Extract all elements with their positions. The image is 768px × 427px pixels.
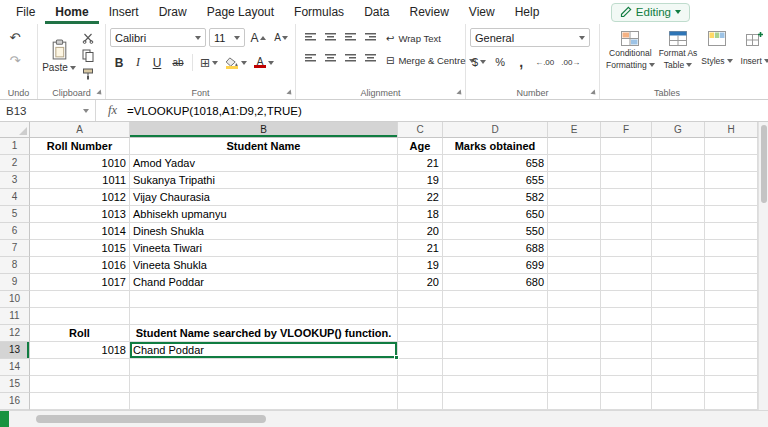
cell-F11[interactable] [601,308,652,325]
format-as-table-button[interactable]: Format As Table [657,28,700,84]
cell-F16[interactable] [601,393,652,410]
column-header-C[interactable]: C [398,122,443,138]
cell-A6[interactable]: 1014 [30,223,130,240]
cell-G11[interactable] [652,308,705,325]
cell-B8[interactable]: Vineeta Shukla [130,257,398,274]
font-color-button[interactable]: A [251,53,277,72]
column-header-H[interactable]: H [705,122,758,138]
ribbon-tab-draw[interactable]: Draw [149,0,197,24]
cell-E3[interactable] [548,172,601,189]
row-header-13[interactable]: 13 [0,342,30,359]
ribbon-tab-view[interactable]: View [459,0,505,24]
column-header-B[interactable]: B [130,122,398,138]
cell-A13[interactable]: 1018 [30,342,130,359]
borders-button[interactable]: ⊞ [197,53,221,72]
cell-B4[interactable]: Vijay Chaurasia [130,189,398,206]
cell-C2[interactable]: 21 [398,155,443,172]
conditional-formatting-button[interactable]: Conditional Formatting [604,28,657,84]
cell-G6[interactable] [652,223,705,240]
cell-B2[interactable]: Amod Yadav [130,155,398,172]
cell-F10[interactable] [601,291,652,308]
number-format-select[interactable]: General [470,28,590,47]
cell-G2[interactable] [652,155,705,172]
cell-A11[interactable] [30,308,130,325]
cell-B10[interactable] [130,291,398,308]
cell-A3[interactable]: 1011 [30,172,130,189]
column-header-D[interactable]: D [443,122,548,138]
copy-button[interactable] [79,47,97,64]
cell-E4[interactable] [548,189,601,206]
ribbon-tab-review[interactable]: Review [399,0,458,24]
cell-A8[interactable]: 1016 [30,257,130,274]
cell-C9[interactable]: 20 [398,274,443,291]
align-left-button[interactable] [300,49,320,67]
ribbon-tab-file[interactable]: File [6,0,45,24]
cell-A5[interactable]: 1013 [30,206,130,223]
row-header-2[interactable]: 2 [0,155,30,172]
vertical-scrollbar-thumb[interactable] [761,125,767,203]
cell-G7[interactable] [652,240,705,257]
percent-style-button[interactable]: % [491,53,509,71]
cell-E6[interactable] [548,223,601,240]
cell-B7[interactable]: Vineeta Tiwari [130,240,398,257]
cell-H7[interactable] [705,240,758,257]
cell-B12[interactable]: Student Name searched by VLOOKUP() funct… [130,325,398,342]
font-size-select[interactable]: 11 [209,28,245,47]
increase-decimal-button[interactable]: ←.00 [533,53,556,71]
cell-H10[interactable] [705,291,758,308]
cell-H9[interactable] [705,274,758,291]
strikethrough-button[interactable]: ab [168,53,188,72]
cell-B14[interactable] [130,359,398,376]
cell-E9[interactable] [548,274,601,291]
cell-F8[interactable] [601,257,652,274]
font-name-select[interactable]: Calibri [110,28,206,47]
bottom-align-button[interactable] [340,28,360,46]
cell-D7[interactable]: 688 [443,240,548,257]
cell-C10[interactable] [398,291,443,308]
ribbon-tab-insert[interactable]: Insert [99,0,149,24]
cell-C1[interactable]: Age [398,138,443,155]
row-header-15[interactable]: 15 [0,376,30,393]
cell-G12[interactable] [652,325,705,342]
accounting-format-button[interactable]: $ [470,53,488,71]
cell-D15[interactable] [443,376,548,393]
cell-A14[interactable] [30,359,130,376]
italic-button[interactable]: I [130,53,146,72]
increase-indent-button[interactable] [360,49,380,67]
ribbon-tab-help[interactable]: Help [505,0,550,24]
cell-H3[interactable] [705,172,758,189]
cell-F6[interactable] [601,223,652,240]
cell-H8[interactable] [705,257,758,274]
row-header-7[interactable]: 7 [0,240,30,257]
cell-F4[interactable] [601,189,652,206]
column-header-E[interactable]: E [548,122,601,138]
ribbon-tab-formulas[interactable]: Formulas [284,0,354,24]
cell-E1[interactable] [548,138,601,155]
cell-D1[interactable]: Marks obtained [443,138,548,155]
cell-B16[interactable] [130,393,398,410]
cell-F5[interactable] [601,206,652,223]
orientation-button[interactable] [360,28,380,46]
cell-F15[interactable] [601,376,652,393]
cell-D3[interactable]: 655 [443,172,548,189]
cell-C6[interactable]: 20 [398,223,443,240]
cell-E16[interactable] [548,393,601,410]
cell-D8[interactable]: 699 [443,257,548,274]
cell-C5[interactable]: 18 [398,206,443,223]
formula-input[interactable]: =VLOOKUP(1018,A1:D9,2,TRUE) [127,105,302,117]
cell-H11[interactable] [705,308,758,325]
cell-H16[interactable] [705,393,758,410]
fill-handle[interactable] [394,355,399,360]
cell-A4[interactable]: 1012 [30,189,130,206]
row-header-3[interactable]: 3 [0,172,30,189]
cell-F1[interactable] [601,138,652,155]
cut-button[interactable] [79,29,97,46]
ribbon-tab-home[interactable]: Home [45,0,98,24]
cell-C12[interactable] [398,325,443,342]
cell-E8[interactable] [548,257,601,274]
cell-D6[interactable]: 550 [443,223,548,240]
cell-D10[interactable] [443,291,548,308]
cell-H15[interactable] [705,376,758,393]
cell-D4[interactable]: 582 [443,189,548,206]
format-painter-button[interactable] [79,65,97,82]
